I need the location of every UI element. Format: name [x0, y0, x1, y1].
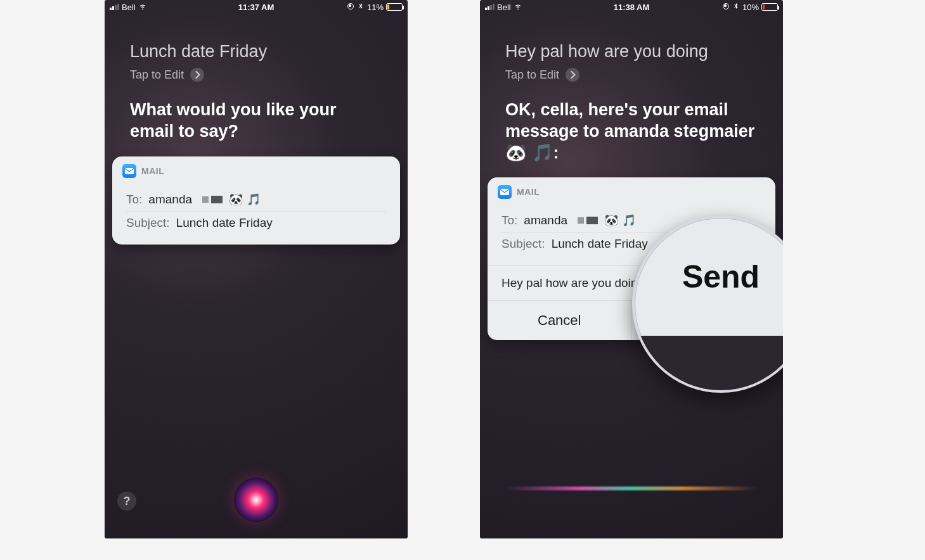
battery-icon [761, 3, 778, 11]
svg-rect-4 [724, 5, 726, 7]
battery-pct: 10% [742, 3, 759, 12]
carrier-label: Bell [122, 3, 136, 12]
clock: 11:38 AM [614, 3, 650, 12]
redacted-name-icon [578, 213, 598, 227]
subject-value: Lunch date Friday [552, 237, 648, 251]
wifi-icon [514, 2, 522, 13]
svg-rect-2 [125, 168, 134, 174]
cell-signal-icon [110, 4, 119, 10]
status-bar: Bell 11:37 AM 11% [105, 0, 408, 14]
bluetooth-icon [732, 3, 740, 12]
contact-emoji: 🐼 🎵 [604, 213, 637, 227]
subject-label: Subject: [501, 237, 545, 251]
tap-to-edit-label: Tap to Edit [505, 68, 559, 82]
svg-rect-5 [500, 189, 509, 195]
orientation-lock-icon [347, 3, 354, 12]
chevron-right-icon [190, 68, 204, 82]
to-label: To: [501, 213, 517, 227]
wifi-icon [138, 2, 147, 13]
zoomed-send-button[interactable]: Send [682, 258, 760, 295]
tap-to-edit-label: Tap to Edit [130, 68, 184, 82]
to-value: amanda [524, 213, 567, 227]
svg-rect-1 [349, 5, 351, 7]
siri-response-text: OK, cella, here's your email message to … [505, 99, 758, 163]
contact-emoji: 🐼 🎵 [229, 193, 261, 207]
siri-user-transcript[interactable]: Lunch date Friday [130, 42, 382, 61]
mail-subject-row[interactable]: Subject: Lunch date Friday [126, 211, 386, 234]
orientation-lock-icon [722, 3, 730, 12]
to-value: amanda [148, 193, 192, 207]
tap-to-edit-button[interactable]: Tap to Edit [505, 68, 758, 82]
status-bar: Bell 11:38 AM 10% [480, 0, 783, 14]
mail-app-label: MAIL [141, 166, 164, 176]
subject-value: Lunch date Friday [176, 216, 273, 230]
mail-app-icon [122, 164, 136, 178]
redacted-name-icon [202, 193, 223, 207]
phone-screenshot-left: Bell 11:37 AM 11% Lunch date Friday Tap … [105, 0, 408, 538]
carrier-label: Bell [497, 3, 511, 12]
cancel-button[interactable]: Cancel [488, 301, 631, 340]
siri-help-button[interactable]: ? [117, 492, 136, 511]
to-label: To: [126, 193, 142, 207]
mail-app-icon [498, 185, 512, 199]
siri-waveform-icon [505, 487, 758, 490]
bluetooth-icon [357, 3, 365, 12]
chevron-right-icon [566, 68, 579, 82]
tap-to-edit-button[interactable]: Tap to Edit [130, 68, 382, 82]
mail-app-label: MAIL [517, 187, 540, 197]
phone-screenshot-right: Bell 11:38 AM 10% Hey pal how are you do… [480, 0, 783, 538]
battery-icon [386, 3, 403, 11]
mail-compose-card[interactable]: MAIL To: amanda 🐼 🎵 Subject: Lunch date … [112, 156, 400, 245]
subject-label: Subject: [126, 216, 170, 230]
siri-orb-icon[interactable] [234, 478, 278, 522]
battery-pct: 11% [367, 3, 384, 12]
cell-signal-icon [485, 4, 495, 10]
clock: 11:37 AM [238, 3, 275, 12]
siri-user-transcript[interactable]: Hey pal how are you doing [505, 42, 758, 61]
mail-to-row[interactable]: To: amanda 🐼 🎵 [126, 188, 386, 211]
siri-response-text: What would you like your email to say? [130, 99, 382, 143]
